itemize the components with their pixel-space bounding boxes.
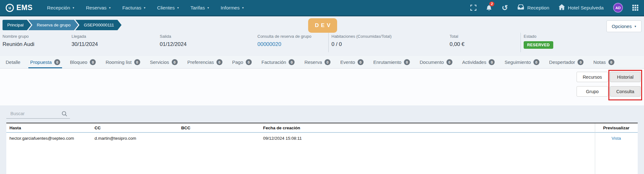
notifications-bell-icon[interactable]: 2 [486,4,492,11]
field-total: Total 0,00 € [450,34,464,48]
navbar-right: 2 ↺ Reception Hotel Sepulveda A [470,3,638,13]
tab-count-badge: 0 [489,59,495,65]
consulta-button[interactable]: Consulta [610,86,641,97]
breadcrumb-principal[interactable]: Principal [3,20,31,30]
tab-count-badge: 0 [358,59,364,65]
hotel-selector[interactable]: Hotel Sepulveda [559,4,604,11]
ems-logo-icon: u [6,4,14,12]
tab-count-badge: 0 [134,59,140,65]
propuesta-panel: Hasta CC BCC Fecha de creación Previsual… [0,105,644,174]
chevron-down-icon: ▾ [109,6,111,9]
chevron-down-icon: ▾ [635,25,636,28]
tab-despertador[interactable]: Despertador 0 [549,56,584,68]
menu-tarifas[interactable]: Tarifas ▾ [191,5,209,11]
tab-count-badge: 0 [172,59,178,65]
tab-propuesta[interactable]: Propuesta 0 [30,56,60,68]
user-avatar[interactable]: AD [613,3,623,13]
tab-reserva[interactable]: Reserva 0 [304,56,331,68]
vista-link[interactable]: Vista [612,136,621,141]
menu-informes[interactable]: Informes ▾ [221,5,244,11]
options-button[interactable]: Opciones ▾ [607,20,641,32]
chevron-down-icon: ▾ [144,6,145,9]
header-cc: CC [91,126,178,130]
reservation-tabs: Detalle Propuesta 0 Bloqueo 0 Rooming li… [0,56,644,69]
screen: u EMS Recepción ▾ Reservas ▾ Facturas ▾ … [0,0,644,174]
tab-documento[interactable]: Documento 0 [420,56,452,68]
chevron-down-icon: ▾ [73,6,74,9]
tab-count-badge: 0 [578,59,584,65]
ems-brand[interactable]: u EMS [6,3,32,12]
consulta-reserva-link[interactable]: 00000020 [257,41,311,48]
tab-count-badge: 0 [289,59,295,65]
field-estado: Estado RESERVED [524,34,553,49]
top-navbar: u EMS Recepción ▾ Reservas ▾ Facturas ▾ … [0,0,644,16]
tab-pago[interactable]: Pago 0 [232,56,252,68]
table-row[interactable]: hector.garciafuentes@septeo.com d.martin… [6,133,638,141]
tab-actividades[interactable]: Actividades 0 [462,56,495,68]
tab-enrutamiento[interactable]: Enrutamiento 0 [373,56,410,68]
menu-facturas[interactable]: Facturas ▾ [122,5,145,11]
cell-fecha: 09/12/2024 15:08:11 [260,136,595,141]
brand-text: EMS [16,3,32,12]
tab-evento[interactable]: Evento 0 [340,56,364,68]
search-field [6,109,70,119]
tab-notas[interactable]: Notas 0 [593,56,614,68]
chevron-down-icon: ▾ [177,6,179,9]
divider [328,33,329,52]
breadcrumb-reserva-de-grupo[interactable]: Reserva de grupo [28,20,78,30]
field-salida: Salida 01/12/2024 [160,34,187,48]
hotel-label: Hotel Sepulveda [568,5,604,11]
main-menu: Recepción ▾ Reservas ▾ Facturas ▾ Client… [47,5,244,11]
menu-reservas[interactable]: Reservas ▾ [86,5,111,11]
tab-count-badge: 0 [446,59,452,65]
cell-hasta: hector.garciafuentes@septeo.com [6,136,91,141]
app-grid-icon[interactable] [632,5,638,11]
cell-cc: d.martin@tesipro.com [91,136,178,141]
notification-count-badge: 2 [489,2,494,6]
menu-recepcion[interactable]: Recepción ▾ [47,5,74,11]
tab-rooming-list[interactable]: Rooming list 0 [106,56,140,68]
station-label: Reception [527,5,549,11]
grupo-button[interactable]: Grupo [577,86,608,97]
station-selector[interactable]: Reception [517,4,549,11]
tab-bloqueo[interactable]: Bloqueo 0 [70,56,96,68]
tab-count-badge: 0 [54,59,60,65]
status-badge: RESERVED [524,41,553,49]
tab-servicios[interactable]: Servicios 0 [150,56,178,68]
reservation-info-row: Nombre grupo Reunión Audi Llegada 30/11/… [0,34,644,54]
tab-count-badge: 0 [246,59,252,65]
inbox-tray-icon [517,4,524,11]
recursos-button[interactable]: Recursos [577,72,608,82]
tab-count-badge: 0 [90,59,96,65]
chevron-down-icon: ▾ [242,6,244,9]
tab-count-badge: 0 [404,59,410,65]
chevron-down-icon: ▾ [207,6,209,9]
table-header-row: Hasta CC BCC Fecha de creación Previsual… [6,123,638,133]
search-icon[interactable] [61,111,67,117]
historial-button[interactable]: Historial [610,72,641,82]
tab-detalle[interactable]: Detalle [6,56,20,68]
actions-area: Recursos Historial Grupo Consulta [0,69,644,105]
search-input[interactable] [6,111,61,116]
tab-count-badge: 0 [216,59,222,65]
tab-preferencias[interactable]: Preferencias 0 [187,56,222,68]
tab-facturacion[interactable]: Facturación 0 [262,56,295,68]
field-consulta-reserva: Consulta de reserva de grupo 00000020 [257,34,311,48]
menu-clientes[interactable]: Clientes ▾ [157,5,179,11]
tab-count-badge: 0 [533,59,539,65]
fullscreen-icon[interactable] [470,5,476,11]
breadcrumb-gsep-code[interactable]: GSEP00000111 [75,20,122,30]
field-habitaciones: Habitaciones (Consumidas/Total) 0 / 0 [331,34,392,48]
tab-count-badge: 0 [325,59,331,65]
field-nombre-grupo: Nombre grupo Reunión Audi [3,34,34,48]
header-bcc: BCC [178,126,260,130]
header-hasta: Hasta [6,126,91,130]
proposals-table: Hasta CC BCC Fecha de creación Previsual… [6,123,638,174]
history-icon[interactable]: ↺ [502,4,508,11]
column-divider [595,123,595,174]
field-llegada: Llegada 30/11/2024 [72,34,98,48]
breadcrumb: Principal Reserva de grupo GSEP00000111 [3,20,122,30]
tab-count-badge: 0 [608,59,614,65]
tab-seguimiento[interactable]: Seguimiento 0 [504,56,539,68]
header-previsualizar: Previsualizar [595,126,638,130]
